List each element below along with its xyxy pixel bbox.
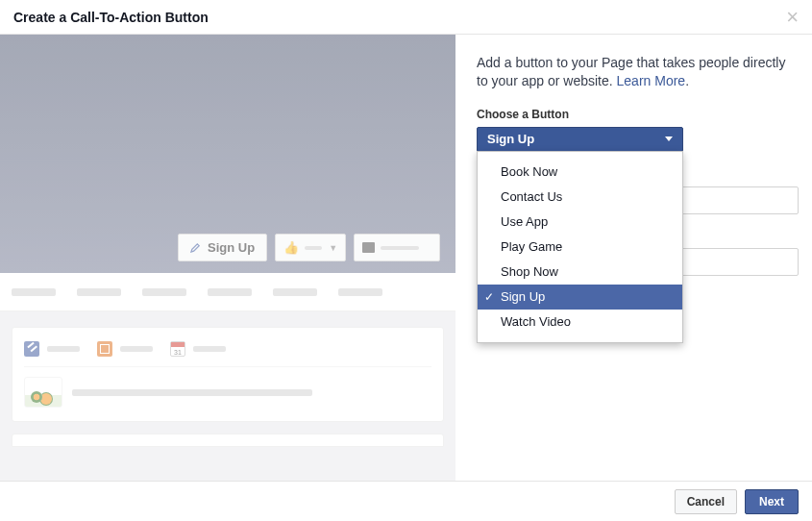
preview-like-button: 👍 ▼ — [275, 234, 346, 261]
dropdown-option[interactable]: Use App — [478, 210, 682, 235]
dropdown-option[interactable]: Contact Us — [478, 185, 682, 210]
page-avatar — [24, 377, 62, 408]
preview-composer-card — [12, 327, 444, 422]
button-type-dropdown[interactable]: Sign Up Book NowContact UsUse AppPlay Ga… — [477, 127, 683, 152]
preview-feed-card — [12, 434, 444, 447]
chevron-down-icon: ▼ — [329, 243, 337, 253]
dropdown-option[interactable]: Sign Up — [478, 285, 682, 310]
config-panel: Add a button to your Page that takes peo… — [455, 35, 812, 481]
dialog-footer: Cancel Next — [0, 481, 812, 521]
choose-button-label: Choose a Button — [477, 108, 789, 121]
cover-photo-placeholder: Sign Up 👍 ▼ — [0, 35, 455, 273]
photo-icon — [97, 341, 112, 357]
status-icon — [24, 341, 39, 357]
dropdown-option[interactable]: Shop Now — [478, 260, 682, 285]
thumb-up-icon: 👍 — [283, 240, 299, 255]
dialog-header: Create a Call-To-Action Button × — [0, 0, 812, 35]
preview-cta-label: Sign Up — [208, 240, 255, 255]
dropdown-selected[interactable]: Sign Up — [477, 127, 683, 152]
next-button[interactable]: Next — [745, 489, 799, 514]
preview-tabs — [0, 273, 455, 311]
intro-text: Add a button to your Page that takes peo… — [477, 54, 789, 90]
preview-cta-button: Sign Up — [178, 234, 267, 261]
pencil-icon — [190, 242, 201, 253]
cancel-button[interactable]: Cancel — [675, 489, 737, 514]
learn-more-link[interactable]: Learn More — [617, 73, 686, 88]
dropdown-option[interactable]: Book Now — [478, 160, 682, 185]
dropdown-option[interactable]: Play Game — [478, 235, 682, 260]
dropdown-menu: Book NowContact UsUse AppPlay GameShop N… — [477, 151, 683, 343]
chat-icon — [362, 242, 375, 253]
chevron-down-icon — [665, 136, 673, 141]
close-icon[interactable]: × — [786, 7, 799, 28]
preview-message-button — [354, 234, 440, 261]
dropdown-option[interactable]: Watch Video — [478, 310, 682, 335]
dialog-title: Create a Call-To-Action Button — [13, 10, 209, 25]
page-preview: Sign Up 👍 ▼ — [0, 35, 455, 481]
calendar-icon — [170, 341, 185, 357]
